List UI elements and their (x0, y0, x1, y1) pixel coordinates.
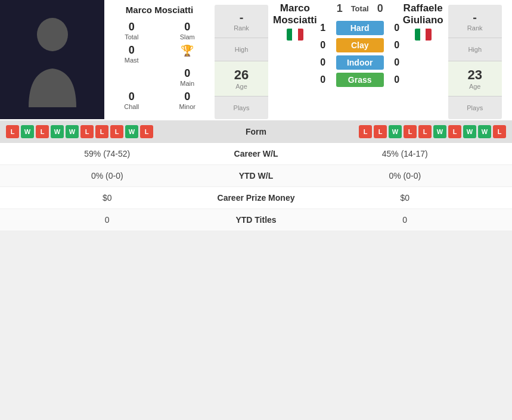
left-stat-main: 0 Main (163, 67, 213, 87)
right-high-section: High (448, 38, 502, 61)
right-stat-total: 0 Total (504, 21, 512, 41)
left-form-l5: L (110, 125, 123, 138)
stats-row-career-wl: 59% (74-52) Career W/L 45% (14-17) (0, 143, 512, 165)
flag-red-r (426, 29, 431, 41)
ytd-titles-left: 0 (6, 215, 209, 225)
left-form-w2: W (51, 125, 64, 138)
flag-white (292, 29, 297, 41)
court-grass-row: 0 Grass 0 (317, 73, 403, 87)
career-wl-right: 45% (14-17) (304, 149, 507, 158)
left-age-section: 26 Age (215, 61, 268, 97)
stats-row-career-prize: $0 Career Prize Money $0 (0, 187, 512, 209)
stats-row-ytd-titles: 0 YTD Titles 0 (0, 209, 512, 231)
flag-green-r (415, 29, 420, 41)
court-hard-row: 1 Hard 0 (317, 21, 403, 35)
left-stat-slam: 0 Slam (163, 21, 213, 41)
career-prize-label: Career Prize Money (209, 193, 304, 203)
ytd-titles-label: YTD Titles (209, 215, 304, 225)
left-form-w1: W (21, 125, 34, 138)
career-prize-left: $0 (6, 193, 209, 203)
left-form-l3: L (80, 125, 94, 138)
court-rows: 1 Hard 0 0 Clay 0 0 Indoor 0 (317, 21, 403, 87)
total-row: 1 Total 0 (337, 2, 383, 15)
left-rank-section: - Rank (215, 5, 268, 38)
right-stat-mast: 0 Mast (504, 44, 512, 64)
right-form-l5: L (448, 125, 461, 138)
right-flag (415, 29, 432, 41)
left-flag (287, 29, 303, 41)
players-header-row: Marco Mosciatti 1 Total 0 (273, 0, 443, 93)
left-form-l1: L (6, 125, 19, 138)
left-player-header: Marco Mosciatti (273, 2, 317, 41)
left-form-badges: L W L W W L L L W L (6, 125, 221, 138)
left-stat-chall: 0 Chall (107, 91, 157, 110)
right-side-card: - Rank High 23 Age Plays (448, 5, 502, 119)
right-age-section: 23 Age (448, 61, 502, 97)
left-side-card: - Rank High 26 Age Plays (215, 5, 268, 119)
right-form-l2: L (374, 125, 387, 138)
left-form-l6: L (140, 125, 153, 138)
form-row: L W L W W L L L W L Form L L W L L W L W… (0, 120, 512, 143)
flag-white-r (420, 29, 426, 41)
ytd-wl-left: 0% (0-0) (6, 171, 209, 181)
right-form-l4: L (418, 125, 432, 138)
left-form-l4: L (95, 125, 108, 138)
right-form-l1: L (359, 125, 372, 138)
left-plays-section: Plays (215, 97, 268, 119)
center-panel: Marco Mosciatti 1 Total 0 (268, 0, 448, 119)
stats-rows: 59% (74-52) Career W/L 45% (14-17) 0% (0… (0, 143, 512, 231)
right-form-w2: W (433, 125, 446, 138)
flag-green (287, 29, 292, 41)
career-prize-right: $0 (304, 193, 507, 203)
court-indoor-row: 0 Indoor 0 (317, 55, 403, 70)
right-form-l3: L (404, 125, 417, 138)
right-player-info: Raffaele Giuliano 0 Total 0 Slam 0 Mast … (502, 0, 512, 119)
ytd-titles-right: 0 (304, 215, 507, 225)
left-stat-minor: 0 Minor (163, 91, 213, 110)
right-form-w3: W (463, 125, 476, 138)
flag-red (298, 29, 303, 41)
stats-row-ytd-wl: 0% (0-0) YTD W/L 0% (0-0) (0, 165, 512, 187)
main-container: Marco Mosciatti 0 Total 0 Slam 0 Mast 🏆 (0, 0, 512, 231)
right-form-badges: L L W L L W L W W L (292, 125, 507, 138)
ytd-wl-right: 0% (0-0) (304, 171, 507, 181)
left-high-section: High (215, 38, 268, 61)
right-form-l6: L (493, 125, 506, 138)
left-trophy-icon: 🏆 (163, 44, 213, 64)
right-player-header: Raffaele Giuliano (403, 2, 443, 41)
career-wl-label: Career W/L (209, 149, 304, 158)
right-rank-section: - Rank (448, 5, 502, 38)
top-content: Marco Mosciatti 0 Total 0 Slam 0 Mast 🏆 (0, 0, 512, 119)
left-form-w3: W (66, 125, 79, 138)
left-player-photo (0, 0, 104, 119)
svg-point-0 (37, 18, 68, 51)
ytd-wl-label: YTD W/L (209, 171, 304, 181)
right-form-w4: W (478, 125, 491, 138)
left-player-name: Marco Mosciatti (126, 5, 193, 15)
right-plays-section: Plays (448, 97, 502, 119)
left-form-w4: W (125, 125, 138, 138)
right-stat-chall: 0 Chall (504, 91, 512, 110)
right-player-stats-grid: 0 Total 0 Slam 0 Mast 🏆 0 Main (504, 21, 512, 110)
left-stat-total: 0 Total (107, 21, 157, 41)
career-wl-left: 59% (74-52) (6, 149, 209, 158)
left-player-info: Marco Mosciatti 0 Total 0 Slam 0 Mast 🏆 (104, 0, 215, 119)
total-center: 1 Total 0 1 Hard 0 0 Clay (317, 2, 403, 87)
left-player-stats-grid: 0 Total 0 Slam 0 Mast 🏆 0 Main (107, 21, 212, 110)
form-center-label: Form (221, 127, 292, 136)
left-form-l2: L (36, 125, 49, 138)
court-clay-row: 0 Clay 0 (317, 38, 403, 52)
right-form-w1: W (389, 125, 402, 138)
left-stat-mast: 0 Mast (107, 44, 157, 64)
